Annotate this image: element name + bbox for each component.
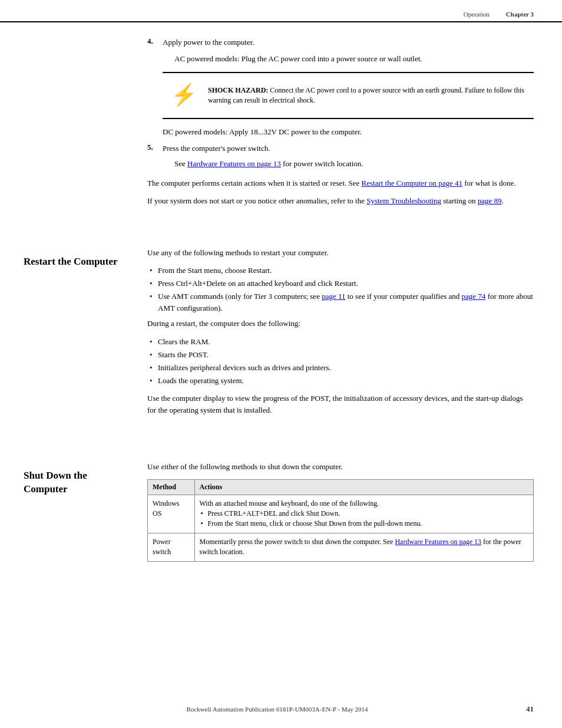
step-4: 4. Apply power to the computer. AC power… — [147, 37, 534, 138]
step-4-main: Apply power to the computer. — [163, 38, 254, 47]
footer-publication: Rockwell Automation Publication 6181P-UM… — [28, 706, 526, 713]
restart-method-3: Use AMT commands (only for Tier 3 comput… — [147, 291, 534, 314]
warning-icon: ⚡ — [171, 79, 197, 112]
page-content: 4. Apply power to the computer. AC power… — [0, 22, 562, 227]
method-power-switch: Power switch — [148, 533, 195, 561]
shutdown-title: Shut Down the Computer — [24, 469, 130, 495]
left-margin — [0, 22, 141, 227]
actions-windows-os: With an attached mouse and keyboard, do … — [194, 495, 534, 533]
hardware-features-p13-link[interactable]: Hardware Features on page 13 — [395, 538, 481, 546]
step-5-sub-pre: See — [174, 159, 187, 168]
step-5: 5. Press the computer's power switch. Se… — [147, 143, 534, 170]
step-5-number: 5. — [147, 143, 163, 170]
shutdown-section: Shut Down the Computer Use either of the… — [0, 447, 562, 575]
restart-during-text: During a restart, the computer does the … — [147, 318, 534, 330]
col-actions-header: Actions — [194, 479, 534, 495]
method-windows-os: Windows OS — [148, 495, 195, 533]
step-4-sub: AC powered models: Plug the AC power cor… — [174, 53, 534, 65]
shutdown-table: Method Actions Windows OS With an attach… — [147, 479, 534, 562]
actions-power-switch: Momentarily press the power switch to sh… — [194, 533, 534, 561]
windows-action-text: With an attached mouse and keyboard, do … — [200, 499, 379, 508]
restart-section: Restart the Computer Use any of the foll… — [0, 233, 562, 437]
main-body-steps: 4. Apply power to the computer. AC power… — [141, 22, 562, 227]
step-4-text: Apply power to the computer. AC powered … — [163, 37, 534, 138]
restart-left-margin: Restart the Computer — [0, 233, 141, 437]
restart-during-1: Clears the RAM. — [147, 336, 534, 348]
page74-link[interactable]: page 74 — [462, 292, 486, 301]
step-4-number: 4. — [147, 37, 163, 138]
step-5-sub-post: for power switch location. — [281, 159, 363, 168]
dc-text: DC powered models: Apply 18...32V DC pow… — [163, 126, 534, 138]
restart-during-2: Starts the POST. — [147, 349, 534, 361]
system-troubleshooting-link[interactable]: System Troubleshooting — [366, 196, 441, 205]
restart-closing: Use the computer display to view the pro… — [147, 393, 534, 416]
table-row: Windows OS With an attached mouse and ke… — [148, 495, 534, 533]
windows-action-2: From the Start menu, click or choose Shu… — [200, 519, 529, 529]
restart-method-1: From the Start menu, choose Restart. — [147, 265, 534, 276]
para2: If your system does not start or you not… — [147, 195, 534, 207]
header-chapter: Chapter 3 — [506, 11, 534, 18]
step-5-sub: See Hardware Features on page 13 for pow… — [174, 158, 534, 170]
table-row: Power switch Momentarily press the power… — [148, 533, 534, 561]
col-method-header: Method — [148, 479, 195, 495]
page-header: Operation Chapter 3 — [0, 0, 562, 22]
restart-link[interactable]: Restart the Computer on page 41 — [362, 179, 463, 187]
header-operation: Operation — [464, 11, 490, 18]
para2-pre: If your system does not start or you not… — [147, 196, 366, 205]
shutdown-intro: Use either of the following methods to s… — [147, 461, 534, 473]
table-header-row: Method Actions — [148, 479, 534, 495]
windows-action-list: Press CTRL+ALT+DEL and click Shut Down. … — [200, 509, 529, 529]
step-5-text: Press the computer's power switch. See H… — [163, 143, 534, 170]
restart-intro: Use any of the following methods to rest… — [147, 247, 534, 259]
warning-text: SHOCK HAZARD: Connect the AC power cord … — [208, 85, 525, 106]
restart-body: Use any of the following methods to rest… — [141, 233, 562, 437]
para2-post: . — [502, 196, 504, 205]
footer-page-number: 41 — [526, 704, 534, 714]
windows-action-1: Press CTRL+ALT+DEL and click Shut Down. — [200, 509, 529, 519]
restart-during-list: Clears the RAM. Starts the POST. Initial… — [147, 336, 534, 387]
page89-link[interactable]: page 89 — [478, 196, 502, 205]
page11-link[interactable]: page 11 — [322, 292, 345, 301]
shutdown-body: Use either of the following methods to s… — [141, 447, 562, 575]
page: Operation Chapter 3 4. Apply power to th… — [0, 0, 562, 728]
restart-methods-list: From the Start menu, choose Restart. Pre… — [147, 265, 534, 315]
shutdown-left-margin: Shut Down the Computer — [0, 447, 141, 575]
restart-method-2: Press Ctrl+Alt+Delete on an attached key… — [147, 278, 534, 289]
para2-mid: starting on — [441, 196, 478, 205]
restart-during-4: Loads the operating system. — [147, 375, 534, 387]
restart-during-3: Initializes peripheral devices such as d… — [147, 362, 534, 374]
warning-label: SHOCK HAZARD: — [208, 86, 268, 94]
restart-title: Restart the Computer — [24, 255, 130, 268]
para1: The computer performs certain actions wh… — [147, 177, 534, 189]
step-5-main: Press the computer's power switch. — [163, 144, 270, 153]
para1-pre: The computer performs certain actions wh… — [147, 179, 362, 187]
hardware-features-link[interactable]: Hardware Features on page 13 — [187, 159, 281, 168]
warning-box: ⚡ SHOCK HAZARD: Connect the AC power cor… — [163, 72, 534, 119]
para1-post: for what is done. — [462, 179, 516, 187]
page-footer: Rockwell Automation Publication 6181P-UM… — [0, 704, 562, 714]
